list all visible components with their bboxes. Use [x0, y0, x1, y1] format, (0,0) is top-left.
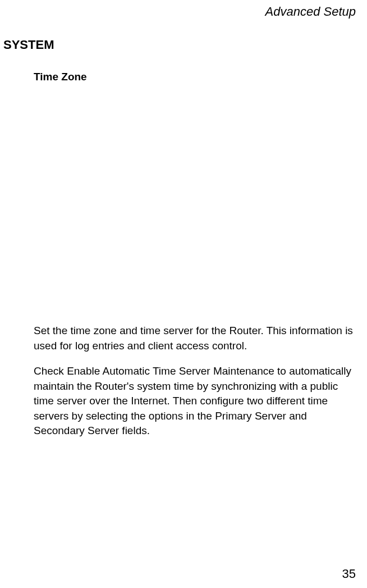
body-paragraph-1: Set the time zone and time server for th… — [34, 323, 356, 353]
sub-heading: Time Zone — [34, 71, 87, 83]
section-heading: SYSTEM — [3, 38, 54, 52]
body-paragraph-2: Check Enable Automatic Time Server Maint… — [34, 364, 357, 439]
page-number: 35 — [342, 567, 356, 581]
page-header-title: Advanced Setup — [265, 4, 356, 19]
